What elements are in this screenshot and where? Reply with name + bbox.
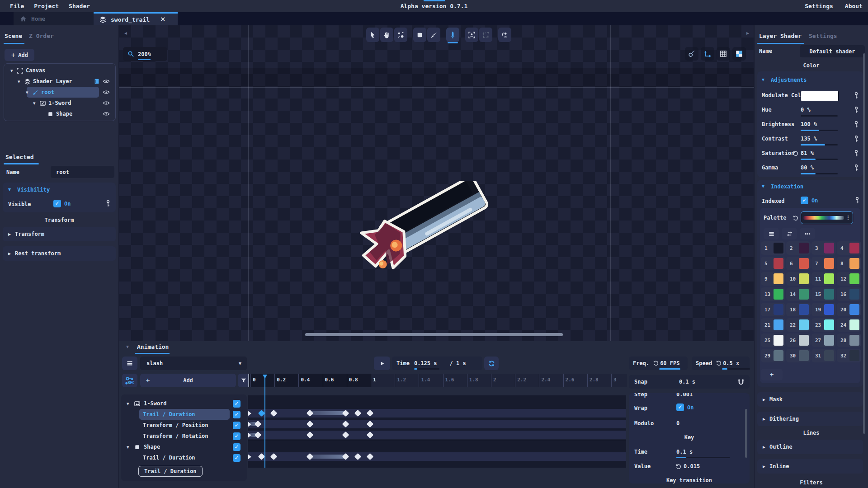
tree-row[interactable]: ▾Shader Layer bbox=[6, 76, 113, 87]
palette-cell[interactable]: 3 bbox=[811, 241, 836, 255]
dragged-track-label[interactable]: Trail / Duration bbox=[138, 466, 203, 477]
keyframe[interactable] bbox=[366, 453, 373, 460]
tree-row[interactable]: ▾1-Sword bbox=[6, 98, 113, 108]
collapsed-panel[interactable]: ▸ Transform bbox=[3, 227, 116, 241]
palette-cell[interactable]: 31 bbox=[811, 349, 836, 362]
tool-button[interactable] bbox=[394, 28, 407, 42]
speed-field[interactable]: Speed 0.5 x bbox=[692, 357, 750, 370]
chevron-down-icon[interactable]: ▾ bbox=[762, 76, 764, 83]
keyframe[interactable] bbox=[354, 410, 362, 417]
step-value[interactable]: 0.001 bbox=[676, 393, 693, 398]
keyframe-lane[interactable] bbox=[248, 452, 626, 461]
menu-item[interactable]: Settings bbox=[805, 3, 833, 9]
track-enabled-checkbox[interactable]: ✓ bbox=[233, 411, 241, 418]
track-row[interactable]: Transform / Rotation✓ bbox=[123, 431, 245, 441]
keyframe[interactable] bbox=[270, 453, 277, 460]
playhead[interactable] bbox=[264, 375, 265, 468]
view-option-button[interactable] bbox=[717, 47, 730, 61]
keyframe[interactable] bbox=[354, 453, 362, 460]
palette-cell[interactable]: 25 bbox=[761, 333, 785, 347]
adjustments-header[interactable]: Adjustments bbox=[771, 77, 807, 83]
track-enabled-checkbox[interactable]: ✓ bbox=[233, 454, 241, 462]
add-track-button[interactable]: + Add bbox=[140, 374, 236, 387]
horizontal-scrollbar[interactable] bbox=[305, 333, 563, 336]
key-time-value[interactable]: 0.1 s bbox=[676, 449, 693, 455]
keyframe[interactable] bbox=[366, 432, 373, 439]
keyframe-selected[interactable] bbox=[258, 410, 265, 417]
node-name-input[interactable]: root bbox=[51, 166, 114, 178]
chevron-down-icon[interactable]: ▾ bbox=[26, 89, 28, 95]
palette-cell[interactable]: 26 bbox=[786, 333, 811, 347]
zoom-control[interactable]: 200% bbox=[123, 47, 167, 61]
palette-cell[interactable]: 14 bbox=[786, 287, 811, 301]
record-keys-button[interactable]: ◆REC bbox=[122, 374, 137, 387]
keyframe[interactable] bbox=[258, 453, 265, 460]
close-tab-icon[interactable]: ✕ bbox=[160, 15, 166, 23]
track-row[interactable]: Transform / Position✓ bbox=[123, 420, 245, 431]
keyframe-icon[interactable] bbox=[854, 164, 859, 172]
palette-cell[interactable]: 7 bbox=[811, 257, 836, 270]
keyframe-lane[interactable] bbox=[248, 409, 626, 418]
tab-settings[interactable]: Settings bbox=[809, 33, 837, 39]
palette-cell[interactable]: 23 bbox=[811, 318, 836, 332]
adjustment-slider[interactable] bbox=[801, 130, 838, 131]
magnet-icon[interactable] bbox=[738, 379, 744, 385]
adjustment-slider[interactable] bbox=[801, 115, 838, 117]
keyframe[interactable] bbox=[342, 432, 349, 439]
tool-button[interactable] bbox=[380, 28, 393, 42]
palette-cell[interactable]: 22 bbox=[786, 318, 811, 332]
menu-item[interactable]: Project bbox=[34, 3, 59, 9]
key-value[interactable]: 0.015 bbox=[684, 463, 700, 469]
time-field[interactable]: Time 0.125 s / 1 s bbox=[392, 357, 482, 370]
chevron-down-icon[interactable]: ▾ bbox=[127, 444, 129, 450]
tool-button[interactable] bbox=[465, 28, 478, 42]
sword-sprite[interactable] bbox=[348, 181, 497, 273]
play-button[interactable] bbox=[374, 357, 390, 370]
speed-value[interactable]: 0.5 x bbox=[723, 360, 739, 366]
tab-selected[interactable]: Selected bbox=[5, 154, 34, 160]
collapsed-panel[interactable]: ▸ Dithering bbox=[757, 412, 863, 426]
collapse-left-icon[interactable]: ◂ bbox=[124, 30, 127, 36]
palette-swap-button[interactable] bbox=[782, 228, 797, 239]
adjustment-value[interactable]: 100 % bbox=[801, 121, 817, 127]
indexation-header[interactable]: Indexation bbox=[771, 183, 803, 190]
palette-add-button[interactable]: + bbox=[761, 369, 783, 380]
tool-button[interactable] bbox=[413, 28, 426, 42]
freq-value[interactable]: 60 FPS bbox=[660, 360, 679, 366]
adjustment-value[interactable]: 0 % bbox=[801, 107, 811, 113]
palette-cell[interactable]: 11 bbox=[811, 272, 836, 286]
playhead-handle[interactable] bbox=[263, 375, 267, 379]
timeline-ruler[interactable]: 00.20.40.60.811.21.41.61.822.22.42.62.83 bbox=[248, 374, 627, 387]
viewport-canvas[interactable]: ◂ ▸ bbox=[119, 25, 754, 341]
palette-cell[interactable]: 17 bbox=[761, 303, 785, 316]
view-option-button[interactable] bbox=[732, 47, 746, 61]
palette-cell[interactable]: 8 bbox=[837, 257, 861, 270]
palette-cell[interactable]: 1 bbox=[761, 241, 785, 255]
keyframe-icon[interactable] bbox=[855, 197, 859, 204]
track-enabled-checkbox[interactable]: ✓ bbox=[233, 432, 241, 440]
palette-cell[interactable]: 13 bbox=[761, 287, 785, 301]
menu-item[interactable]: About bbox=[845, 3, 863, 9]
keyframe-icon[interactable] bbox=[854, 92, 859, 99]
palette-cell[interactable]: 21 bbox=[761, 318, 785, 332]
keyframe[interactable] bbox=[306, 421, 313, 428]
chevron-down-icon[interactable]: ▾ bbox=[18, 79, 20, 84]
keyframe[interactable] bbox=[366, 410, 373, 417]
adjustment-slider[interactable] bbox=[801, 173, 838, 174]
color-swatch[interactable] bbox=[801, 91, 839, 101]
collapse-right-icon[interactable]: ▸ bbox=[746, 30, 749, 36]
keyframe-icon[interactable] bbox=[854, 121, 859, 128]
adjustment-slider[interactable] bbox=[801, 144, 838, 145]
loop-button[interactable] bbox=[484, 357, 499, 370]
tool-button[interactable] bbox=[479, 28, 492, 42]
shader-name-input[interactable]: Default shader bbox=[800, 45, 865, 57]
keyframe-icon[interactable] bbox=[854, 150, 859, 157]
tree-row[interactable]: ▾root bbox=[6, 87, 113, 98]
reset-icon[interactable] bbox=[793, 215, 799, 221]
palette-cell[interactable]: 29 bbox=[761, 349, 785, 362]
eye-icon[interactable] bbox=[103, 100, 110, 106]
keyframe-lanes[interactable] bbox=[248, 395, 626, 468]
lane-start-key[interactable] bbox=[248, 454, 251, 460]
time-value[interactable]: 0.125 s bbox=[414, 360, 437, 366]
keyframe[interactable] bbox=[366, 421, 373, 428]
